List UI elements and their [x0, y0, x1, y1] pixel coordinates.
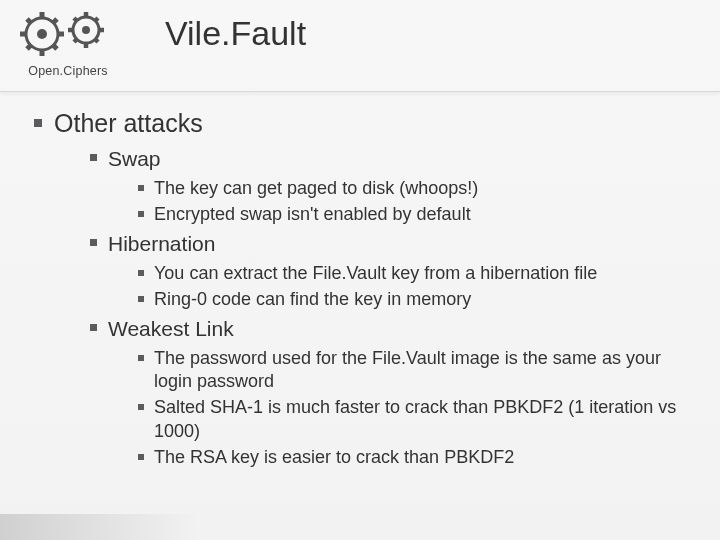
list-item: Encrypted swap isn't enabled by default: [136, 203, 700, 226]
svg-line-8: [27, 45, 31, 49]
bullet-icon: [136, 203, 150, 217]
list-item-text: The password used for the File.Vault ima…: [154, 348, 661, 391]
bullet-icon: [136, 177, 150, 191]
gears-icon: [8, 6, 128, 62]
list-item: You can extract the File.Vault key from …: [136, 262, 700, 285]
list-item-text: Encrypted swap isn't enabled by default: [154, 204, 471, 224]
bullet-icon: [136, 288, 150, 302]
section-item: Hibernation You can extract the File.Vau…: [88, 230, 700, 311]
svg-line-9: [53, 19, 57, 23]
svg-line-16: [74, 18, 77, 21]
svg-point-1: [37, 29, 47, 39]
logo-text: Open.Ciphers: [8, 64, 128, 78]
section-item: Swap The key can get paged to disk (whoo…: [88, 145, 700, 226]
svg-point-11: [82, 26, 90, 34]
logo: Open.Ciphers: [8, 6, 128, 78]
svg-line-17: [95, 39, 98, 42]
section-title: Hibernation: [108, 232, 215, 255]
list-item-text: Salted SHA-1 is much faster to crack tha…: [154, 397, 676, 440]
outline-heading-item: Other attacks Swap The key can get paged…: [30, 108, 700, 470]
bullet-icon: [30, 108, 50, 128]
slide: Open.Ciphers Vile.Fault Other attacks Sw…: [0, 0, 720, 540]
outline-heading: Other attacks: [54, 109, 203, 137]
section-item: Weakest Link The password used for the F…: [88, 315, 700, 469]
section-title: Swap: [108, 147, 161, 170]
bullet-icon: [136, 396, 150, 410]
list-item: The password used for the File.Vault ima…: [136, 347, 700, 394]
slide-content: Other attacks Swap The key can get paged…: [0, 92, 720, 470]
bullet-icon: [88, 315, 104, 331]
list-item-text: The RSA key is easier to crack than PBKD…: [154, 447, 514, 467]
list-item: The RSA key is easier to crack than PBKD…: [136, 446, 700, 469]
slide-title: Vile.Fault: [165, 14, 306, 53]
bullet-icon: [136, 347, 150, 361]
list-item-text: Ring-0 code can find the key in memory: [154, 289, 471, 309]
bullet-icon: [136, 262, 150, 276]
bullet-icon: [88, 230, 104, 246]
list-item: Ring-0 code can find the key in memory: [136, 288, 700, 311]
bullet-icon: [136, 446, 150, 460]
slide-header: Open.Ciphers Vile.Fault: [0, 0, 720, 92]
section-title: Weakest Link: [108, 317, 234, 340]
svg-line-6: [27, 19, 31, 23]
svg-line-7: [53, 45, 57, 49]
list-item-text: You can extract the File.Vault key from …: [154, 263, 597, 283]
svg-line-19: [95, 18, 98, 21]
list-item: The key can get paged to disk (whoops!): [136, 177, 700, 200]
bullet-icon: [88, 145, 104, 161]
list-item-text: The key can get paged to disk (whoops!): [154, 178, 478, 198]
list-item: Salted SHA-1 is much faster to crack tha…: [136, 396, 700, 443]
footer-shadow: [0, 514, 200, 540]
svg-line-18: [74, 39, 77, 42]
